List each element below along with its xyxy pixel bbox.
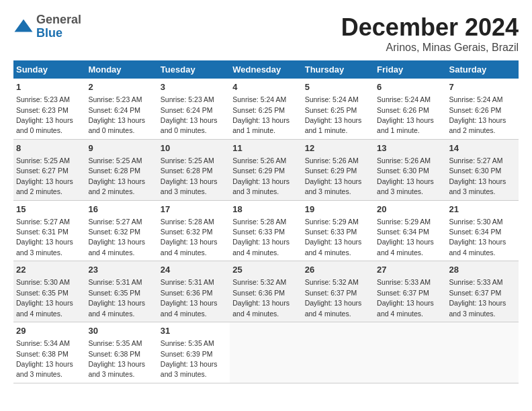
calendar-week-3: 15Sunrise: 5:27 AMSunset: 6:31 PMDayligh… — [13, 200, 519, 261]
day-number-20: 20 — [377, 203, 443, 216]
day-number-4: 4 — [232, 81, 299, 93]
day-cell-14: 14Sunrise: 5:27 AMSunset: 6:30 PMDayligh… — [447, 139, 519, 200]
day-info-26: Sunrise: 5:32 AMSunset: 6:37 PMDaylight:… — [305, 278, 362, 317]
col-monday: Monday — [85, 60, 157, 79]
day-info-22: Sunrise: 5:30 AMSunset: 6:35 PMDaylight:… — [16, 278, 73, 317]
day-info-13: Sunrise: 5:26 AMSunset: 6:30 PMDaylight:… — [377, 156, 434, 195]
day-info-1: Sunrise: 5:23 AMSunset: 6:23 PMDaylight:… — [16, 95, 73, 134]
day-info-3: Sunrise: 5:23 AMSunset: 6:24 PMDaylight:… — [161, 95, 218, 134]
day-cell-1: 1Sunrise: 5:23 AMSunset: 6:23 PMDaylight… — [13, 79, 85, 139]
day-info-11: Sunrise: 5:26 AMSunset: 6:29 PMDaylight:… — [232, 156, 290, 195]
day-info-27: Sunrise: 5:33 AMSunset: 6:37 PMDaylight:… — [377, 278, 434, 317]
day-cell-4: 4Sunrise: 5:24 AMSunset: 6:25 PMDaylight… — [230, 79, 302, 139]
logo: General Blue — [13, 13, 81, 40]
day-number-17: 17 — [161, 203, 227, 216]
day-cell-28: 28Sunrise: 5:33 AMSunset: 6:37 PMDayligh… — [447, 261, 519, 322]
calendar-table: Sunday Monday Tuesday Wednesday Thursday… — [13, 60, 519, 383]
day-number-6: 6 — [377, 81, 443, 93]
day-cell-17: 17Sunrise: 5:28 AMSunset: 6:32 PMDayligh… — [158, 200, 230, 261]
day-number-27: 27 — [377, 264, 443, 276]
day-number-8: 8 — [16, 142, 83, 154]
day-number-14: 14 — [449, 142, 516, 154]
logo-blue: Blue — [36, 26, 62, 40]
day-number-31: 31 — [161, 325, 227, 337]
day-info-6: Sunrise: 5:24 AMSunset: 6:26 PMDaylight:… — [377, 95, 434, 134]
day-number-28: 28 — [449, 264, 516, 276]
col-tuesday: Tuesday — [158, 60, 230, 79]
day-number-5: 5 — [305, 81, 371, 93]
empty-cell — [374, 322, 446, 383]
day-number-29: 29 — [16, 325, 83, 337]
day-cell-26: 26Sunrise: 5:32 AMSunset: 6:37 PMDayligh… — [302, 261, 374, 322]
day-number-1: 1 — [16, 81, 83, 93]
day-cell-18: 18Sunrise: 5:28 AMSunset: 6:33 PMDayligh… — [230, 200, 302, 261]
day-info-4: Sunrise: 5:24 AMSunset: 6:25 PMDaylight:… — [232, 95, 290, 134]
day-number-13: 13 — [377, 142, 443, 154]
day-cell-25: 25Sunrise: 5:32 AMSunset: 6:36 PMDayligh… — [230, 261, 302, 322]
day-info-5: Sunrise: 5:24 AMSunset: 6:25 PMDaylight:… — [305, 95, 362, 134]
day-info-24: Sunrise: 5:31 AMSunset: 6:36 PMDaylight:… — [161, 278, 218, 317]
empty-cell — [302, 322, 374, 383]
day-cell-15: 15Sunrise: 5:27 AMSunset: 6:31 PMDayligh… — [13, 200, 85, 261]
day-number-23: 23 — [88, 264, 154, 276]
day-number-2: 2 — [88, 81, 154, 93]
day-cell-24: 24Sunrise: 5:31 AMSunset: 6:36 PMDayligh… — [158, 261, 230, 322]
day-number-15: 15 — [16, 203, 83, 216]
day-info-18: Sunrise: 5:28 AMSunset: 6:33 PMDaylight:… — [232, 218, 290, 257]
day-cell-3: 3Sunrise: 5:23 AMSunset: 6:24 PMDaylight… — [158, 79, 230, 139]
day-cell-8: 8Sunrise: 5:25 AMSunset: 6:27 PMDaylight… — [13, 139, 85, 200]
day-number-25: 25 — [232, 264, 299, 276]
day-cell-22: 22Sunrise: 5:30 AMSunset: 6:35 PMDayligh… — [13, 261, 85, 322]
col-friday: Friday — [374, 60, 446, 79]
day-number-21: 21 — [449, 203, 516, 216]
day-info-16: Sunrise: 5:27 AMSunset: 6:32 PMDaylight:… — [88, 218, 145, 257]
day-cell-7: 7Sunrise: 5:24 AMSunset: 6:26 PMDaylight… — [447, 79, 519, 139]
day-info-23: Sunrise: 5:31 AMSunset: 6:35 PMDaylight:… — [88, 278, 145, 317]
day-cell-11: 11Sunrise: 5:26 AMSunset: 6:29 PMDayligh… — [230, 139, 302, 200]
day-cell-20: 20Sunrise: 5:29 AMSunset: 6:34 PMDayligh… — [374, 200, 446, 261]
day-number-24: 24 — [161, 264, 227, 276]
empty-cell — [447, 322, 519, 383]
day-info-17: Sunrise: 5:28 AMSunset: 6:32 PMDaylight:… — [161, 218, 218, 257]
col-saturday: Saturday — [447, 60, 519, 79]
day-info-8: Sunrise: 5:25 AMSunset: 6:27 PMDaylight:… — [16, 156, 73, 195]
month-title: December 2024 — [341, 13, 519, 42]
day-number-3: 3 — [161, 81, 227, 93]
day-number-9: 9 — [88, 142, 154, 154]
calendar-week-5: 29Sunrise: 5:34 AMSunset: 6:38 PMDayligh… — [13, 322, 519, 383]
day-info-2: Sunrise: 5:23 AMSunset: 6:24 PMDaylight:… — [88, 95, 145, 134]
svg-marker-0 — [15, 19, 33, 32]
day-cell-31: 31Sunrise: 5:35 AMSunset: 6:39 PMDayligh… — [158, 322, 230, 383]
col-sunday: Sunday — [13, 60, 85, 79]
logo-text: General Blue — [36, 13, 81, 40]
day-number-22: 22 — [16, 264, 83, 276]
day-number-18: 18 — [232, 203, 299, 216]
day-cell-29: 29Sunrise: 5:34 AMSunset: 6:38 PMDayligh… — [13, 322, 85, 383]
day-cell-2: 2Sunrise: 5:23 AMSunset: 6:24 PMDaylight… — [85, 79, 157, 139]
day-cell-16: 16Sunrise: 5:27 AMSunset: 6:32 PMDayligh… — [85, 200, 157, 261]
day-cell-12: 12Sunrise: 5:26 AMSunset: 6:29 PMDayligh… — [302, 139, 374, 200]
day-info-25: Sunrise: 5:32 AMSunset: 6:36 PMDaylight:… — [232, 278, 290, 317]
calendar-header-row: Sunday Monday Tuesday Wednesday Thursday… — [13, 60, 519, 79]
day-cell-10: 10Sunrise: 5:25 AMSunset: 6:28 PMDayligh… — [158, 139, 230, 200]
day-info-19: Sunrise: 5:29 AMSunset: 6:33 PMDaylight:… — [305, 218, 362, 257]
day-info-31: Sunrise: 5:35 AMSunset: 6:39 PMDaylight:… — [161, 339, 218, 378]
day-number-16: 16 — [88, 203, 154, 216]
day-info-15: Sunrise: 5:27 AMSunset: 6:31 PMDaylight:… — [16, 218, 73, 257]
calendar-week-4: 22Sunrise: 5:30 AMSunset: 6:35 PMDayligh… — [13, 261, 519, 322]
day-number-11: 11 — [232, 142, 299, 154]
day-info-10: Sunrise: 5:25 AMSunset: 6:28 PMDaylight:… — [161, 156, 218, 195]
col-wednesday: Wednesday — [230, 60, 302, 79]
day-number-12: 12 — [305, 142, 371, 154]
day-cell-9: 9Sunrise: 5:25 AMSunset: 6:28 PMDaylight… — [85, 139, 157, 200]
day-info-14: Sunrise: 5:27 AMSunset: 6:30 PMDaylight:… — [449, 156, 506, 195]
calendar-week-1: 1Sunrise: 5:23 AMSunset: 6:23 PMDaylight… — [13, 79, 519, 139]
day-cell-30: 30Sunrise: 5:35 AMSunset: 6:38 PMDayligh… — [85, 322, 157, 383]
location: Arinos, Minas Gerais, Brazil — [341, 42, 519, 54]
day-info-7: Sunrise: 5:24 AMSunset: 6:26 PMDaylight:… — [449, 95, 506, 134]
day-number-26: 26 — [305, 264, 371, 276]
empty-cell — [230, 322, 302, 383]
day-info-29: Sunrise: 5:34 AMSunset: 6:38 PMDaylight:… — [16, 339, 73, 378]
day-cell-27: 27Sunrise: 5:33 AMSunset: 6:37 PMDayligh… — [374, 261, 446, 322]
day-cell-19: 19Sunrise: 5:29 AMSunset: 6:33 PMDayligh… — [302, 200, 374, 261]
